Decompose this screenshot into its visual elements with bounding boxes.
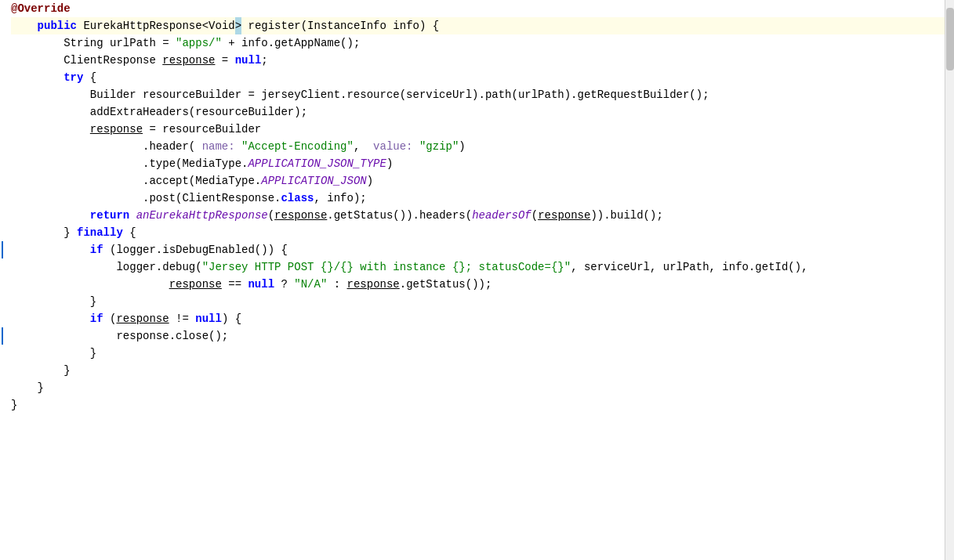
- code-text: Builder resourceBuilder = jerseyClient.r…: [11, 86, 709, 103]
- var-response-6: response: [347, 276, 400, 293]
- code-text: .getStatus()).headers(: [327, 207, 472, 224]
- code-line-16: logger.debug( "Jersey HTTP POST {}/{} wi…: [11, 258, 954, 276]
- code-text: .accept(MediaType.: [11, 172, 261, 190]
- code-line-20: response.close();: [11, 327, 954, 345]
- code-line-6: Builder resourceBuilder = jerseyClient.r…: [11, 86, 954, 103]
- code-text: [11, 207, 90, 224]
- string-na: "N/A": [294, 276, 327, 293]
- keyword-try: try: [63, 69, 83, 86]
- code-line-11: .accept(MediaType. APPLICATION_JSON ): [11, 172, 954, 190]
- code-line-7: addExtraHeaders(resourceBuilder);: [11, 103, 954, 121]
- keyword-null-2: null: [248, 276, 274, 293]
- code-line-empty-2: [11, 431, 954, 448]
- code-line-4: ClientResponse response = null ;: [11, 52, 954, 69]
- code-text: [413, 138, 419, 155]
- string-accept-encoding: "Accept-Encoding": [241, 138, 354, 155]
- code-text: }: [11, 379, 44, 396]
- string-apps: "apps/": [176, 34, 222, 52]
- code-text: .post(ClientResponse.: [11, 190, 281, 207]
- code-text: .getStatus());: [400, 276, 492, 293]
- selected-text-void: >: [235, 17, 241, 34]
- code-text: ,: [354, 138, 373, 155]
- code-text: }: [11, 224, 77, 241]
- code-line-22: }: [11, 362, 954, 379]
- code-line-19: if ( response != null ) {: [11, 310, 954, 327]
- code-text: [11, 69, 63, 86]
- code-text: }: [11, 345, 96, 362]
- keyword-return: return: [90, 207, 129, 224]
- code-text: addExtraHeaders(resourceBuilder);: [11, 103, 307, 121]
- code-text: , info);: [314, 190, 366, 207]
- code-text: register(InstanceInfo info) {: [241, 17, 439, 34]
- scrollbar-thumb[interactable]: [946, 8, 954, 70]
- var-response-7: response: [116, 310, 169, 327]
- code-text: )).build();: [590, 207, 662, 224]
- code-text: + info.getAppName();: [222, 34, 360, 52]
- code-text: [11, 241, 90, 258]
- code-text: =: [215, 52, 234, 69]
- code-text: !=: [169, 310, 196, 327]
- left-gutter: [0, 0, 5, 560]
- const-app-json-type: APPLICATION_JSON_TYPE: [248, 155, 386, 172]
- code-text: String urlPath =: [11, 34, 176, 52]
- code-line-8: response = resourceBuilder: [11, 121, 954, 138]
- keyword-null-1: null: [235, 52, 262, 69]
- code-line-5: try {: [11, 69, 954, 86]
- code-text: (: [103, 310, 117, 327]
- keyword-if-1: if: [90, 241, 103, 258]
- code-editor: @Override public EurekaHttpResponse < Vo…: [0, 0, 954, 560]
- code-line-13: return anEurekaHttpResponse ( response .…: [11, 207, 954, 224]
- code-text: [11, 310, 90, 327]
- param-name-1: name:: [202, 138, 235, 155]
- code-line-17: response == null ? "N/A" : response .get…: [11, 276, 954, 293]
- code-text: ;: [261, 52, 267, 69]
- string-gzip: "gzip": [419, 138, 459, 155]
- var-response-3: response: [274, 207, 327, 224]
- code-line-1: @Override: [11, 0, 954, 17]
- code-text: :: [327, 276, 346, 293]
- code-line-empty-1: [11, 414, 954, 431]
- code-line-empty-3: [11, 448, 954, 465]
- code-text: EurekaHttpResponse: [77, 17, 202, 34]
- code-text: (: [531, 207, 538, 224]
- code-line-18: }: [11, 293, 954, 310]
- code-text: .header(: [11, 138, 202, 155]
- code-text: .type(MediaType.: [11, 155, 248, 172]
- code-text: ): [367, 172, 373, 190]
- param-value-1: value:: [373, 138, 412, 155]
- code-text: [11, 276, 169, 293]
- breakpoint-indicator-2: [2, 327, 3, 345]
- code-line-23: }: [11, 379, 954, 396]
- code-text: {: [83, 69, 96, 86]
- var-response-1: response: [162, 52, 215, 69]
- code-text: logger.debug(: [11, 258, 202, 276]
- code-line-2: public EurekaHttpResponse < Void > regis…: [11, 17, 954, 34]
- keyword-if-2: if: [90, 310, 103, 327]
- var-response-4: response: [538, 207, 590, 224]
- code-text: , serviceUrl, urlPath, info.getId(),: [571, 258, 807, 276]
- code-text: ?: [274, 276, 294, 293]
- vertical-scrollbar[interactable]: [945, 0, 954, 560]
- var-response-5: response: [169, 276, 222, 293]
- code-line-24: }: [11, 396, 954, 414]
- code-text: <: [202, 17, 209, 34]
- var-response-2: response: [90, 121, 143, 138]
- code-line-3: String urlPath = "apps/" + info.getAppNa…: [11, 34, 954, 52]
- method-headersOf: headersOf: [472, 207, 531, 224]
- keyword-class: class: [281, 190, 314, 207]
- code-text: ==: [222, 276, 248, 293]
- code-text: ) {: [222, 310, 241, 327]
- code-content-area[interactable]: @Override public EurekaHttpResponse < Vo…: [5, 0, 954, 560]
- method-anEurekaHttpResponse: anEurekaHttpResponse: [136, 207, 268, 224]
- code-text: [11, 121, 90, 138]
- code-text: {: [123, 224, 136, 241]
- code-text: ): [459, 138, 465, 155]
- code-text: [235, 138, 241, 155]
- code-text: }: [11, 293, 96, 310]
- code-line-14: } finally {: [11, 224, 954, 241]
- code-text: = resourceBuilder: [143, 121, 261, 138]
- code-line-12: .post(ClientResponse. class , info);: [11, 190, 954, 207]
- keyword-public: public: [38, 17, 77, 34]
- code-text: }: [11, 396, 17, 414]
- code-line-9: .header( name: "Accept-Encoding" , value…: [11, 138, 954, 155]
